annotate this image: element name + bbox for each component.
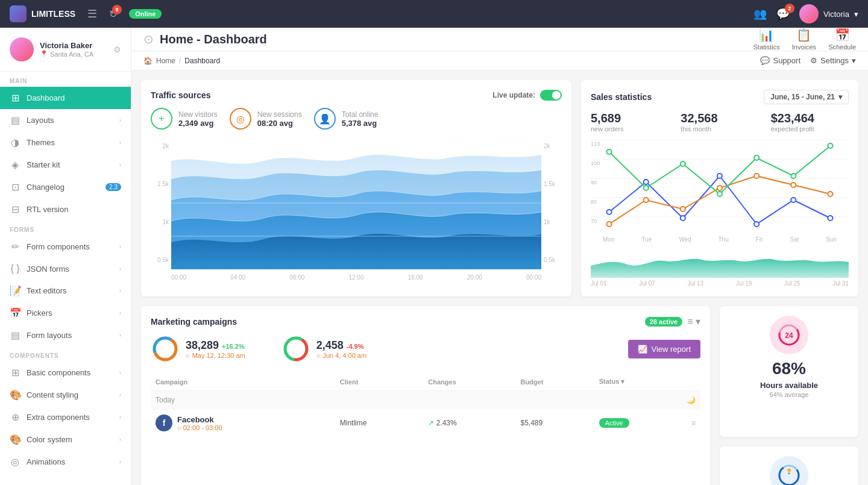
main-content: ⊙ Home - Dashboard 📊 Statistics 📋 Invoic… <box>131 28 868 485</box>
sidebar-item-starter-kit[interactable]: ◈ Starter kit › <box>0 154 131 176</box>
sidebar-section-components: COMPONENTS <box>0 346 131 361</box>
donut-chart-1 <box>151 334 180 363</box>
widgets-column: 24 68% Hours available 64% average <box>720 306 858 485</box>
breadcrumb-current: Dashboard <box>184 57 220 65</box>
sidebar-item-rtl[interactable]: ⊟ RTL version <box>0 198 131 221</box>
svg-point-18 <box>754 222 759 227</box>
support-button[interactable]: 💬 Support <box>760 56 800 65</box>
sidebar-item-label: Changelog <box>27 183 99 192</box>
view-report-button[interactable]: 📈 View report <box>628 340 700 358</box>
sidebar-item-animations[interactable]: ◎ Animations › <box>0 451 131 473</box>
animations-icon: ◎ <box>10 456 20 468</box>
client-cell: Mintlime <box>335 410 424 437</box>
main-layout: Victoria Baker 📍 Santa Ana, CA ⚙ MAIN ⊞ … <box>0 28 868 485</box>
sessions-label: New sessions <box>257 110 302 119</box>
layouts-icon: ▤ <box>10 114 20 126</box>
sidebar-item-layouts[interactable]: ▤ Layouts › <box>0 109 131 131</box>
settings-button[interactable]: ⚙ Settings ▾ <box>810 56 856 65</box>
user-menu[interactable]: Victoria ▾ <box>799 4 858 23</box>
sidebar-item-dashboard[interactable]: ⊞ Dashboard <box>0 87 131 109</box>
invoices-action[interactable]: 📋 Invoices <box>792 28 816 51</box>
sidebar-item-themes[interactable]: ◑ Themes › <box>0 131 131 154</box>
messages-button[interactable]: 💬 2 <box>776 7 790 20</box>
themes-icon: ◑ <box>10 137 20 148</box>
live-update-toggle-area: Live update: <box>492 90 562 101</box>
orders-label: new orders <box>591 125 668 133</box>
svg-point-25 <box>754 174 759 178</box>
svg-text:100: 100 <box>591 160 600 166</box>
stat1-change: +16.2% <box>222 343 245 350</box>
location-icon: 📍 <box>40 50 48 58</box>
sidebar-item-form-layouts[interactable]: ▤ Form layouts › <box>0 324 131 346</box>
sidebar-item-label: Layouts <box>27 116 113 125</box>
settings-label: Settings <box>820 56 849 65</box>
sidebar-item-label: Color system <box>27 435 113 444</box>
logo-icon <box>10 5 27 22</box>
col-status: Status ▾ <box>594 373 700 391</box>
sidebar-item-label: Basic components <box>27 368 113 377</box>
stat1-value: 38,289 +16.2% <box>186 339 245 352</box>
col-client: Client <box>335 373 424 391</box>
sidebar-item-content-styling[interactable]: 🎨 Content styling › <box>0 384 131 406</box>
sidebar-item-label: Text editors <box>27 286 113 295</box>
live-update-toggle[interactable] <box>540 90 562 101</box>
campaign-menu-button[interactable]: ≡ ▾ <box>687 316 700 327</box>
svg-point-16 <box>681 216 685 221</box>
productivity-icon: 🏆 <box>770 456 808 485</box>
gear-icon[interactable]: ⚙ <box>113 45 121 54</box>
date-range-select[interactable]: June, 15 - June, 21 ▾ <box>764 90 849 104</box>
campaign-title: Marketing campaigns <box>151 317 237 327</box>
svg-text:🏆: 🏆 <box>786 468 792 474</box>
arrow-icon: › <box>119 436 121 443</box>
content-header: ⊙ Home - Dashboard 📊 Statistics 📋 Invoic… <box>131 28 868 51</box>
svg-text:110: 110 <box>591 141 600 147</box>
sidebar-item-json-forms[interactable]: { } JSON forms › <box>0 258 131 280</box>
arrow-icon: › <box>119 243 121 250</box>
active-count-badge: 28 active <box>645 317 682 327</box>
today-separator-row: Today 🌙 <box>151 391 700 410</box>
sidebar-item-extra-components[interactable]: ⊕ Extra components › <box>0 406 131 428</box>
basic-components-icon: ⊞ <box>10 367 20 378</box>
sidebar-item-label: RTL version <box>27 205 121 214</box>
line-chart-svg: 110 100 90 80 70 <box>591 140 849 236</box>
row-2: Marketing campaigns 28 active ≡ ▾ <box>141 306 858 485</box>
changelog-icon: ⊡ <box>10 181 20 193</box>
sidebar-user-location: 📍 Santa Ana, CA <box>40 50 107 58</box>
breadcrumb-right-actions: 💬 Support ⚙ Settings ▾ <box>760 56 856 65</box>
refresh-button[interactable]: ↻ 9 <box>109 8 117 20</box>
traffic-stats-row: + New visitors 2,349 avg ◎ New sessions … <box>151 108 562 130</box>
svg-point-27 <box>828 192 832 196</box>
col-campaign: Campaign <box>151 373 335 391</box>
statistics-action[interactable]: 📊 Statistics <box>753 28 780 51</box>
schedule-action[interactable]: 📅 Schedule <box>828 28 856 51</box>
productivity-widget: 🏆 82% Productivity goal 87% average <box>720 446 858 485</box>
users-icon-button[interactable]: 👥 <box>753 7 767 20</box>
sidebar-item-changelog[interactable]: ⊡ Changelog 2.3 <box>0 176 131 198</box>
statistics-icon: 📊 <box>759 28 774 42</box>
row-menu-icon[interactable]: ≡ <box>691 419 696 427</box>
svg-point-23 <box>681 207 685 211</box>
invoices-icon: 📋 <box>796 28 811 42</box>
sidebar-item-label: Starter kit <box>27 160 113 169</box>
table-row[interactable]: f Facebook ○ 02:00 - 03:00 <box>151 410 700 437</box>
status-cell: Active ≡ <box>594 410 700 437</box>
col-changes: Changes <box>423 373 515 391</box>
logo[interactable]: LIMITLESS <box>10 5 75 22</box>
arrow-icon: › <box>119 414 121 421</box>
sidebar-item-basic-components[interactable]: ⊞ Basic components › <box>0 361 131 384</box>
sidebar-item-text-editors[interactable]: 📝 Text editors › <box>0 280 131 302</box>
facebook-icon: f <box>156 415 172 431</box>
arrow-icon: › <box>119 287 121 294</box>
sidebar-item-pickers[interactable]: 📅 Pickers › <box>0 302 131 324</box>
sidebar-item-form-components[interactable]: ✏ Form components › <box>0 236 131 258</box>
breadcrumb-home[interactable]: Home <box>156 57 175 65</box>
sidebar-section-main: MAIN <box>0 72 131 87</box>
statistics-label: Statistics <box>753 43 780 51</box>
sidebar-item-color-system[interactable]: 🎨 Color system › <box>0 428 131 451</box>
arrow-icon: › <box>119 266 121 272</box>
hours-percent: 68% <box>772 359 806 378</box>
sidebar-item-label: Dashboard <box>27 93 121 102</box>
menu-icon[interactable]: ☰ <box>87 7 97 20</box>
sales-profit: $23,464 expected profit <box>771 111 849 133</box>
breadcrumb-bar: 🏠 Home / Dashboard 💬 Support ⚙ Settings … <box>131 51 868 70</box>
